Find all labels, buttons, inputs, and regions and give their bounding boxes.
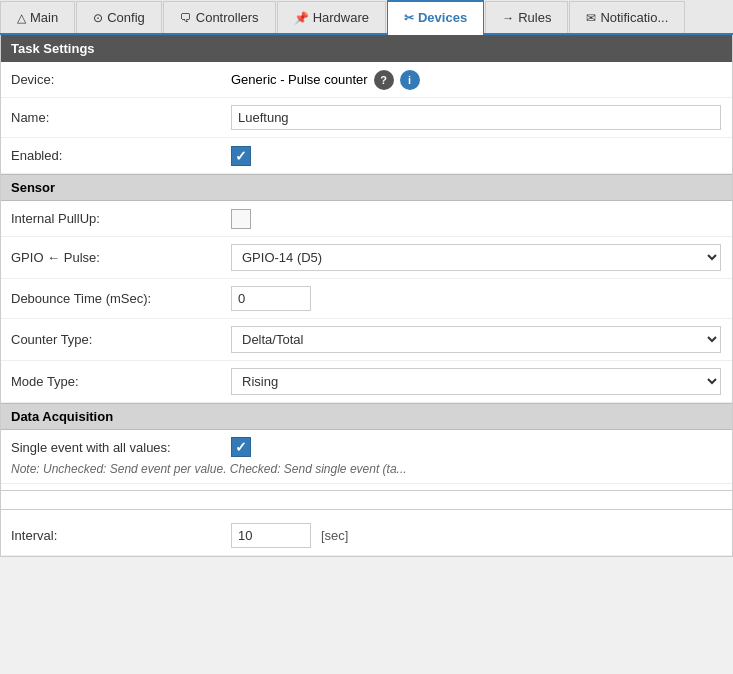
gpio-value: GPIO-14 (D5) GPIO-0 (D3) GPIO-2 (D4) GPI…	[231, 244, 722, 271]
interval-input[interactable]	[231, 523, 311, 548]
debounce-input[interactable]	[231, 286, 311, 311]
tab-notifications-label: Notificatio...	[600, 10, 668, 25]
device-value-text: Generic - Pulse counter	[231, 72, 368, 87]
enabled-value-container	[231, 146, 722, 166]
gpio-select[interactable]: GPIO-14 (D5) GPIO-0 (D3) GPIO-2 (D4) GPI…	[231, 244, 721, 271]
device-label: Device:	[11, 72, 231, 87]
debounce-label: Debounce Time (mSec):	[11, 291, 231, 306]
help-icon[interactable]: ?	[374, 70, 394, 90]
enabled-row: Enabled:	[1, 138, 732, 174]
note-container: Note: Unchecked: Send event per value. C…	[11, 461, 407, 476]
debounce-row: Debounce Time (mSec):	[1, 279, 732, 319]
device-row: Device: Generic - Pulse counter ? i	[1, 62, 732, 98]
internal-pullup-value	[231, 209, 722, 229]
tab-controllers-label: Controllers	[196, 10, 259, 25]
tab-devices[interactable]: ✂ Devices	[387, 0, 484, 35]
interval-row: Interval: [sec]	[1, 516, 732, 556]
config-icon: ⊙	[93, 11, 103, 25]
single-event-value	[231, 437, 722, 457]
counter-type-select[interactable]: Delta/Total Total Delta	[231, 326, 721, 353]
single-event-label: Single event with all values:	[11, 440, 231, 455]
interval-unit: [sec]	[321, 528, 348, 543]
mode-type-label: Mode Type:	[11, 374, 231, 389]
internal-pullup-label: Internal PullUp:	[11, 211, 231, 226]
interval-label: Interval:	[11, 528, 231, 543]
internal-pullup-checkbox[interactable]	[231, 209, 251, 229]
interval-value-container: [sec]	[231, 523, 722, 548]
name-label: Name:	[11, 110, 231, 125]
tab-main[interactable]: △ Main	[0, 1, 75, 33]
mode-type-select[interactable]: Rising Falling Change	[231, 368, 721, 395]
tab-controllers[interactable]: 🗨 Controllers	[163, 1, 276, 33]
devices-icon: ✂	[404, 11, 414, 25]
tab-hardware-label: Hardware	[313, 10, 369, 25]
single-event-checkbox[interactable]	[231, 437, 251, 457]
rules-icon: →	[502, 11, 514, 25]
main-icon: △	[17, 11, 26, 25]
section-divider	[1, 490, 732, 491]
mode-type-value: Rising Falling Change	[231, 368, 722, 395]
counter-type-value: Delta/Total Total Delta	[231, 326, 722, 353]
section-divider-2	[1, 509, 732, 510]
tab-config[interactable]: ⊙ Config	[76, 1, 162, 33]
tab-hardware[interactable]: 📌 Hardware	[277, 1, 386, 33]
tab-main-label: Main	[30, 10, 58, 25]
tab-bar: △ Main ⊙ Config 🗨 Controllers 📌 Hardware…	[0, 0, 733, 35]
tab-devices-label: Devices	[418, 10, 467, 25]
info-icon[interactable]: i	[400, 70, 420, 90]
mode-type-row: Mode Type: Rising Falling Change	[1, 361, 732, 403]
name-value-container	[231, 105, 722, 130]
enabled-checkbox[interactable]	[231, 146, 251, 166]
task-settings-header: Task Settings	[1, 35, 732, 62]
counter-type-label: Counter Type:	[11, 332, 231, 347]
gpio-label: GPIO ← Pulse:	[11, 250, 231, 265]
tab-notifications[interactable]: ✉ Notificatio...	[569, 1, 685, 33]
name-input[interactable]	[231, 105, 721, 130]
gpio-row: GPIO ← Pulse: GPIO-14 (D5) GPIO-0 (D3) G…	[1, 237, 732, 279]
notifications-icon: ✉	[586, 11, 596, 25]
controllers-icon: 🗨	[180, 11, 192, 25]
name-row: Name:	[1, 98, 732, 138]
debounce-value	[231, 286, 722, 311]
enabled-label: Enabled:	[11, 148, 231, 163]
spacer	[1, 497, 732, 503]
single-event-inner: Single event with all values:	[11, 437, 722, 457]
tab-rules[interactable]: → Rules	[485, 1, 568, 33]
tab-config-label: Config	[107, 10, 145, 25]
data-acq-header: Data Acquisition	[1, 403, 732, 430]
tab-rules-label: Rules	[518, 10, 551, 25]
hardware-icon: 📌	[294, 11, 309, 25]
counter-type-row: Counter Type: Delta/Total Total Delta	[1, 319, 732, 361]
device-value-container: Generic - Pulse counter ? i	[231, 70, 722, 90]
internal-pullup-row: Internal PullUp:	[1, 201, 732, 237]
content-area: Task Settings Device: Generic - Pulse co…	[0, 35, 733, 557]
note-text: Note: Unchecked: Send event per value. C…	[11, 462, 407, 476]
single-event-row: Single event with all values: Note: Unch…	[1, 430, 732, 484]
sensor-header: Sensor	[1, 174, 732, 201]
